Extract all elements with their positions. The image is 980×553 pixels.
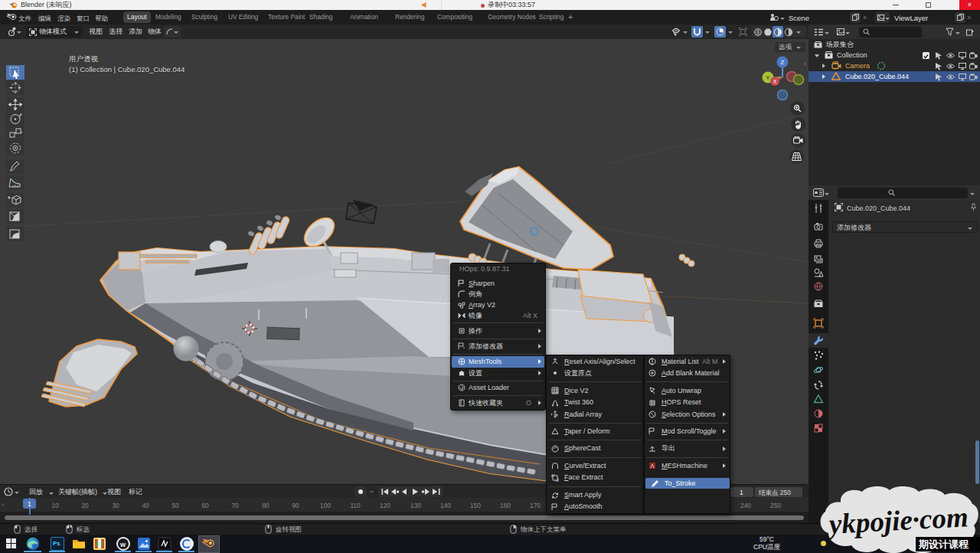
svg-text:Y: Y bbox=[766, 74, 770, 81]
svg-text:X: X bbox=[773, 79, 777, 84]
svg-text:Z: Z bbox=[781, 59, 785, 66]
